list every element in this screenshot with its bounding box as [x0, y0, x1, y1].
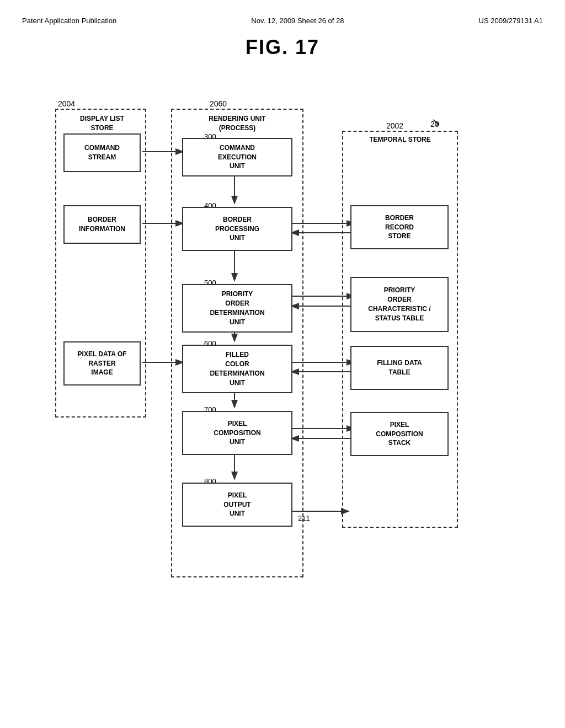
- border-record-store-label: BORDERRECORDSTORE: [385, 213, 414, 241]
- filled-color-determination-label: FILLEDCOLORDETERMINATIONUNIT: [210, 350, 264, 387]
- priority-order-table-label: PRIORITYORDERCHARACTERISTIC /STATUS TABL…: [368, 286, 430, 323]
- pixel-output-unit-box: PIXELOUTPUTUNIT: [182, 483, 292, 527]
- filled-color-determination-box: FILLEDCOLORDETERMINATIONUNIT: [182, 345, 292, 393]
- header-left: Patent Application Publication: [22, 17, 116, 25]
- border-information-box: BORDERINFORMATION: [63, 205, 141, 244]
- temporal-store-label: TEMPORAL STORE: [345, 135, 455, 144]
- header-center: Nov. 12, 2009 Sheet 26 of 28: [251, 17, 344, 25]
- border-processing-unit-label: BORDERPROCESSINGUNIT: [215, 215, 259, 243]
- command-stream-label: COMMANDSTREAM: [84, 143, 120, 162]
- diagram-area: 2004 DISPLAY LISTSTORE COMMANDSTREAM BOR…: [22, 76, 543, 682]
- ref-211: 211: [298, 514, 310, 522]
- command-execution-unit-box: COMMANDEXECUTIONUNIT: [182, 138, 292, 176]
- pixel-composition-stack-box: PIXELCOMPOSITIONSTACK: [350, 412, 449, 456]
- pixel-composition-unit-box: PIXELCOMPOSITIONUNIT: [182, 411, 292, 455]
- ref-2002: 2002: [386, 121, 403, 130]
- rendering-unit-label: RENDERING UNIT(PROCESS): [174, 114, 301, 133]
- display-list-store-label: DISPLAY LISTSTORE: [61, 114, 143, 133]
- border-record-store-box: BORDERRECORDSTORE: [350, 205, 449, 249]
- pixel-data-box: PIXEL DATA OFRASTERIMAGE: [63, 341, 141, 386]
- pixel-composition-unit-label: PIXELCOMPOSITIONUNIT: [214, 419, 260, 447]
- header-right: US 2009/279131 A1: [479, 17, 543, 25]
- filling-data-table-label: FILLING DATATABLE: [377, 358, 422, 377]
- pixel-output-unit-label: PIXELOUTPUTUNIT: [223, 491, 250, 518]
- page: Patent Application Publication Nov. 12, …: [0, 0, 565, 728]
- filling-data-table-box: FILLING DATATABLE: [350, 346, 449, 390]
- ref-2060: 2060: [210, 99, 227, 108]
- border-information-label: BORDERINFORMATION: [79, 215, 125, 234]
- command-stream-box: COMMANDSTREAM: [63, 133, 141, 172]
- priority-order-table-box: PRIORITYORDERCHARACTERISTIC /STATUS TABL…: [350, 277, 449, 332]
- page-header: Patent Application Publication Nov. 12, …: [22, 17, 543, 25]
- ref-2004: 2004: [58, 99, 75, 108]
- ref-20-arrow: ↘: [431, 115, 441, 129]
- border-processing-unit-box: BORDERPROCESSINGUNIT: [182, 207, 292, 251]
- priority-order-determination-box: PRIORITYORDERDETERMINATIONUNIT: [182, 284, 292, 333]
- figure-title: FIG. 17: [22, 36, 543, 59]
- pixel-composition-stack-label: PIXELCOMPOSITIONSTACK: [376, 420, 423, 448]
- priority-order-determination-label: PRIORITYORDERDETERMINATIONUNIT: [210, 290, 264, 326]
- pixel-data-label: PIXEL DATA OFRASTERIMAGE: [78, 350, 127, 377]
- command-execution-unit-label: COMMANDEXECUTIONUNIT: [218, 143, 257, 171]
